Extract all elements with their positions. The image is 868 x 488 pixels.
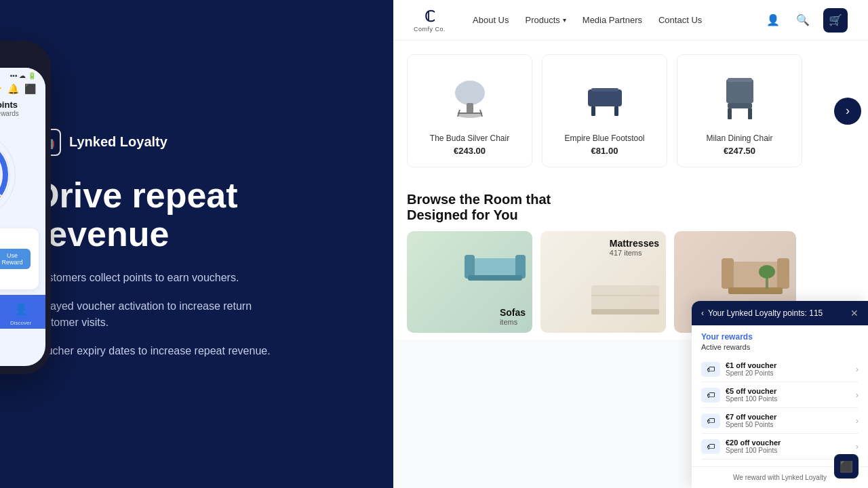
bottom-right-icon[interactable]: ⬛ <box>834 454 859 479</box>
svg-rect-24 <box>591 309 659 314</box>
browse-card-sofas[interactable]: Sofas items <box>407 231 532 333</box>
navbar: ℂ Comfy Co. About Us Products ▾ Media Pa… <box>393 0 868 41</box>
svg-rect-14 <box>726 79 753 103</box>
loyalty-back-icon[interactable]: ‹ <box>701 308 704 318</box>
reward-info-3: €7 off voucher Spent 50 Points <box>726 413 850 428</box>
chair-card-3[interactable]: Milan Dining Chair €247.50 <box>677 54 802 167</box>
bell-icon: 🔔 <box>7 83 19 94</box>
phone-signals: ▪▪▪ ☁ 🔋 <box>10 72 36 79</box>
cart-icon[interactable]: 🛒 <box>823 8 848 33</box>
reward-name-1: €1 off voucher <box>726 361 850 369</box>
svg-rect-17 <box>748 108 752 119</box>
reward-icon-2: 🏷 <box>701 388 720 403</box>
voucher-card: REWARD €10 Voucher! Expires 10th October… <box>0 228 39 289</box>
nav-about-us[interactable]: About Us <box>473 15 509 25</box>
chair-name-2: Empire Blue Footstool <box>553 134 656 143</box>
sofas-count: items <box>500 318 526 326</box>
sofa-image <box>461 238 529 292</box>
browse-card-mattresses[interactable]: Mattresses 417 items <box>540 231 666 333</box>
chair-price-3: €247.50 <box>688 146 791 156</box>
phone-nav: ⭐ My Promotions ⬛ Scan Card 👤 Discover <box>0 295 45 329</box>
star-icon: ⭐ <box>0 83 2 94</box>
chair-svg-2 <box>578 69 632 123</box>
brand-logo: 🤖 Lynked Loyalty <box>34 129 359 156</box>
reward-chevron-4: › <box>856 442 859 451</box>
loyalty-close-button[interactable]: ✕ <box>850 308 859 319</box>
description-list: Customers collect points to earn voucher… <box>34 270 359 359</box>
points-section: Your Comfy Co Points Keep scanning and g… <box>0 100 45 124</box>
reward-spent-4: Spent 100 Points <box>726 447 850 454</box>
svg-rect-26 <box>728 262 783 289</box>
nav-media-partners[interactable]: Media Partners <box>583 15 642 25</box>
reward-spent-2: Spent 100 Points <box>726 395 850 403</box>
loyalty-body: Your rewards Active rewards 🏷 €1 off vou… <box>692 325 868 466</box>
discover-icon: 👤 <box>7 300 35 319</box>
loyalty-points-text: Your Lynked Loyalty points: 115 <box>708 308 823 318</box>
svg-rect-20 <box>465 255 475 279</box>
loyalty-header: ‹ Your Lynked Loyalty points: 115 ✕ <box>692 301 868 325</box>
right-panel: ℂ Comfy Co. About Us Products ▾ Media Pa… <box>393 0 868 488</box>
phone-app-header: ‹ Back ⭐ 🔔 ⬛ <box>0 81 45 100</box>
chair-price-2: €81.00 <box>553 146 656 156</box>
svg-point-31 <box>759 265 775 279</box>
reward-chevron-3: › <box>856 416 859 426</box>
svg-rect-21 <box>515 255 526 279</box>
reward-info-2: €5 off voucher Spent 100 Points <box>726 387 850 403</box>
phone-overlay: 9:41 ▪▪▪ ☁ 🔋 ‹ Back ⭐ 🔔 ⬛ <box>0 41 75 374</box>
header-icons: ⭐ 🔔 ⬛ <box>0 83 36 94</box>
nav-products[interactable]: Products ▾ <box>526 15 566 25</box>
comfy-logo-icon: ℂ <box>425 8 435 26</box>
chair-image-3 <box>688 66 791 127</box>
svg-rect-27 <box>722 258 734 289</box>
reward-name-3: €7 off voucher <box>726 413 850 421</box>
points-ring: Points 83 140 <box>0 124 45 226</box>
reward-item-3[interactable]: 🏷 €7 off voucher Spent 50 Points › <box>701 408 859 434</box>
reward-spent-1: Spent 20 Points <box>726 369 850 377</box>
mattress-image <box>585 272 666 326</box>
browse-title: Browse the Room thatDesigned for You <box>407 192 854 223</box>
left-panel: 🤖 Lynked Loyalty Drive repeat revenue Cu… <box>0 0 393 488</box>
points-subtitle: Keep scanning and get rewards <box>0 110 36 117</box>
main-heading: Drive repeat revenue <box>34 176 359 253</box>
discover-label: Discover <box>10 320 31 326</box>
chair-image-1 <box>418 66 521 127</box>
svg-point-1 <box>0 141 5 209</box>
reward-spent-3: Spent 50 Points <box>726 421 850 428</box>
svg-rect-5 <box>467 103 473 114</box>
phone-status-bar: 9:41 ▪▪▪ ☁ 🔋 <box>0 68 45 81</box>
nav-contact-us[interactable]: Contact Us <box>658 15 702 25</box>
products-chevron: ▾ <box>563 16 566 24</box>
phone-screen: 9:41 ▪▪▪ ☁ 🔋 ‹ Back ⭐ 🔔 ⬛ <box>0 68 45 366</box>
reward-info-1: €1 off voucher Spent 20 Points <box>726 361 850 377</box>
reward-chevron-2: › <box>856 390 859 400</box>
svg-point-4 <box>455 81 485 105</box>
chair-name-1: The Buda Silver Chair <box>418 134 521 143</box>
svg-rect-18 <box>728 78 752 82</box>
reward-item-1[interactable]: 🏷 €1 off voucher Spent 20 Points › <box>701 357 859 382</box>
reward-item-2[interactable]: 🏷 €5 off voucher Spent 100 Points › <box>701 382 859 408</box>
use-reward-button[interactable]: ↻ Use Reward <box>0 249 31 269</box>
ring-progress-svg <box>0 131 16 219</box>
next-button[interactable]: › <box>834 98 861 125</box>
phone-frame: 9:41 ▪▪▪ ☁ 🔋 ‹ Back ⭐ 🔔 ⬛ <box>0 41 51 374</box>
chairs-row: The Buda Silver Chair €243.00 Empire Blu… <box>393 41 868 181</box>
reward-icon-3: 🏷 <box>701 413 720 428</box>
svg-rect-28 <box>777 258 789 289</box>
sofas-label: Sofas <box>500 307 526 318</box>
svg-rect-11 <box>591 106 595 116</box>
reward-chevron-1: › <box>856 365 859 374</box>
search-icon[interactable]: 🔍 <box>793 11 812 30</box>
new-range-image <box>715 235 796 302</box>
svg-rect-13 <box>591 88 618 92</box>
use-reward-label: Use Reward <box>0 252 25 266</box>
chair-svg-3 <box>713 69 767 123</box>
svg-rect-23 <box>591 285 659 312</box>
reward-info-4: €20 off voucher Spent 100 Points <box>726 439 850 454</box>
svg-rect-10 <box>588 89 622 106</box>
chair-card-2[interactable]: Empire Blue Footstool €81.00 <box>542 54 667 167</box>
navbar-links: About Us Products ▾ Media Partners Conta… <box>473 15 764 25</box>
chair-card-1[interactable]: The Buda Silver Chair €243.00 <box>407 54 532 167</box>
user-icon[interactable]: 👤 <box>764 11 783 30</box>
mattresses-label: Mattresses <box>610 238 659 249</box>
phone-nav-discover[interactable]: 👤 Discover <box>0 300 45 326</box>
